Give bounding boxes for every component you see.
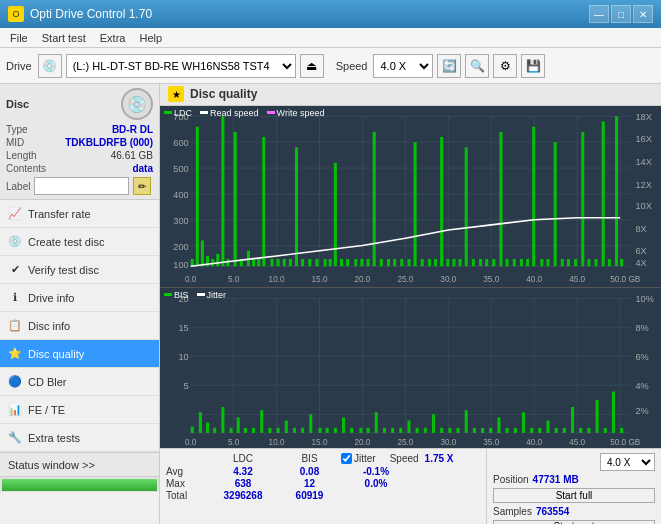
sidebar-item-create-test-disc[interactable]: 💿 Create test disc <box>0 228 159 256</box>
svg-rect-49 <box>289 259 292 266</box>
svg-text:14X: 14X <box>635 156 651 166</box>
app-title: Opti Drive Control 1.70 <box>30 7 152 21</box>
contents-value: data <box>132 163 153 174</box>
bottom-legend: BIS Jitter <box>164 290 226 300</box>
speed-value: 1.75 X <box>425 453 454 464</box>
svg-rect-141 <box>230 427 233 432</box>
svg-rect-69 <box>421 259 424 266</box>
eject-button[interactable]: ⏏ <box>300 54 324 78</box>
mid-value: TDKBLDRFB (000) <box>65 137 153 148</box>
disc-label-input[interactable] <box>34 177 129 195</box>
cd-bler-icon: 🔵 <box>8 375 22 389</box>
sidebar-item-fe-te[interactable]: 📊 FE / TE <box>0 396 159 424</box>
menu-start-test[interactable]: Start test <box>36 31 92 45</box>
refresh-button[interactable]: 🔄 <box>437 54 461 78</box>
create-test-disc-label: Create test disc <box>28 236 104 248</box>
svg-rect-183 <box>571 407 574 433</box>
sidebar: Disc 💿 Type BD-R DL MID TDKBLDRFB (000) … <box>0 84 160 524</box>
status-window-button[interactable]: Status window >> <box>0 452 159 476</box>
svg-rect-37 <box>216 253 219 265</box>
stats-right: 4.0 X Position 47731 MB Start full Sampl… <box>486 449 661 524</box>
minimize-button[interactable]: — <box>589 5 609 23</box>
max-ldc: 638 <box>208 478 278 489</box>
top-chart-svg: 700 600 500 400 300 200 100 18X 16X 14X … <box>160 106 661 287</box>
type-label: Type <box>6 124 28 135</box>
svg-rect-180 <box>546 420 549 432</box>
svg-text:25.0: 25.0 <box>397 438 413 447</box>
legend-read-speed: Read speed <box>200 108 259 118</box>
speed-label: Speed <box>336 60 368 72</box>
settings-button[interactable]: ⚙ <box>493 54 517 78</box>
disc-info-icon: 📋 <box>8 319 22 333</box>
disc-info-label: Disc info <box>28 320 70 332</box>
svg-text:4X: 4X <box>635 258 646 268</box>
type-value: BD-R DL <box>112 124 153 135</box>
sidebar-item-verify-test-disc[interactable]: ✔ Verify test disc <box>0 256 159 284</box>
svg-rect-80 <box>492 259 495 266</box>
start-part-button[interactable]: Start part <box>493 520 655 525</box>
speed-select[interactable]: 4.0 X <box>373 54 433 78</box>
bottom-panel: LDC BIS Jitter Speed 1.75 X Avg 4.32 0.0 <box>160 448 661 524</box>
save-button[interactable]: 💾 <box>521 54 545 78</box>
svg-text:100: 100 <box>173 260 188 270</box>
svg-rect-137 <box>199 412 202 433</box>
start-full-button[interactable]: Start full <box>493 488 655 503</box>
sidebar-item-drive-info[interactable]: ℹ Drive info <box>0 284 159 312</box>
svg-rect-60 <box>360 259 363 266</box>
svg-rect-75 <box>459 259 462 266</box>
fe-te-label: FE / TE <box>28 404 65 416</box>
svg-text:25.0: 25.0 <box>397 274 413 283</box>
svg-rect-150 <box>301 427 304 432</box>
status-window-label: Status window >> <box>8 459 95 471</box>
scan-button[interactable]: 🔍 <box>465 54 489 78</box>
svg-text:8X: 8X <box>635 224 646 234</box>
svg-text:4%: 4% <box>635 381 648 391</box>
jitter-header: Jitter <box>354 453 376 464</box>
menu-help[interactable]: Help <box>133 31 168 45</box>
label-edit-button[interactable]: ✏ <box>133 177 151 195</box>
svg-rect-156 <box>350 427 353 432</box>
position-value: 47731 MB <box>533 474 579 485</box>
sidebar-item-disc-info[interactable]: 📋 Disc info <box>0 312 159 340</box>
svg-rect-157 <box>359 427 362 432</box>
svg-rect-163 <box>407 420 410 432</box>
avg-jitter: -0.1% <box>341 466 411 477</box>
svg-rect-187 <box>604 427 607 432</box>
drive-label: Drive <box>6 60 32 72</box>
jitter-checkbox[interactable] <box>341 453 352 464</box>
svg-text:50.0 GB: 50.0 GB <box>610 438 640 447</box>
svg-text:5.0: 5.0 <box>228 438 240 447</box>
svg-rect-59 <box>354 259 357 266</box>
sidebar-item-cd-bler[interactable]: 🔵 CD Bler <box>0 368 159 396</box>
svg-rect-178 <box>530 427 533 432</box>
svg-rect-67 <box>407 259 410 266</box>
sidebar-item-extra-tests[interactable]: 🔧 Extra tests <box>0 424 159 452</box>
svg-rect-74 <box>452 259 455 266</box>
window-controls: — □ ✕ <box>589 5 653 23</box>
transfer-rate-label: Transfer rate <box>28 208 91 220</box>
transfer-rate-icon: 📈 <box>8 207 22 221</box>
menu-file[interactable]: File <box>4 31 34 45</box>
sidebar-item-transfer-rate[interactable]: 📈 Transfer rate <box>0 200 159 228</box>
svg-rect-142 <box>237 417 240 433</box>
legend-jitter: Jitter <box>197 290 227 300</box>
drive-icon-button[interactable]: 💿 <box>38 54 62 78</box>
svg-text:15.0: 15.0 <box>312 438 328 447</box>
svg-rect-98 <box>615 116 618 266</box>
svg-text:15: 15 <box>178 323 188 333</box>
drive-select[interactable]: (L:) HL-DT-ST BD-RE WH16NS58 TST4 <box>66 54 296 78</box>
svg-rect-36 <box>211 259 214 266</box>
svg-rect-48 <box>283 259 286 266</box>
drive-info-label: Drive info <box>28 292 74 304</box>
max-bis: 12 <box>282 478 337 489</box>
svg-rect-92 <box>574 259 577 266</box>
svg-rect-167 <box>440 427 443 432</box>
svg-rect-136 <box>191 426 194 432</box>
menu-extra[interactable]: Extra <box>94 31 132 45</box>
sidebar-item-disc-quality[interactable]: ⭐ Disc quality <box>0 340 159 368</box>
svg-rect-66 <box>400 259 403 266</box>
close-button[interactable]: ✕ <box>633 5 653 23</box>
maximize-button[interactable]: □ <box>611 5 631 23</box>
title-bar-left: O Opti Drive Control 1.70 <box>8 6 152 22</box>
bottom-speed-select[interactable]: 4.0 X <box>600 453 655 471</box>
